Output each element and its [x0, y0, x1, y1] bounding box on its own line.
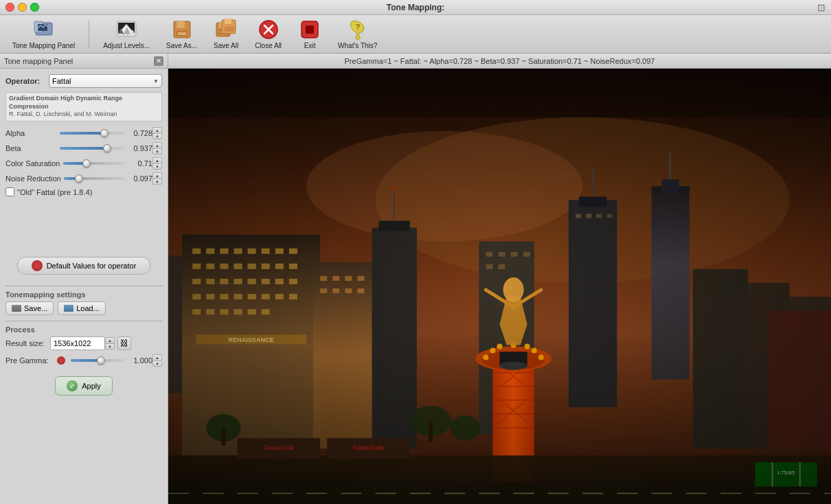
alpha-stepper[interactable]: ▲ ▼ — [152, 127, 162, 139]
window-title: Tone Mapping: — [387, 3, 444, 12]
hdr-image: RENAISSANCE — [168, 69, 831, 504]
color-saturation-label: Color Saturation — [5, 159, 60, 168]
beta-thumb[interactable] — [103, 144, 111, 152]
apply-button[interactable]: ✓ Apply — [55, 376, 113, 396]
panel-header: Tone mapping Panel ✕ — [0, 54, 168, 69]
adjust-levels-label: Adjust Levels... — [103, 42, 150, 50]
tone-mapping-panel-label: Tone Mapping Panel — [12, 42, 75, 50]
operator-select[interactable]: Fattal ▼ — [49, 74, 162, 88]
alpha-up[interactable]: ▲ — [152, 127, 162, 133]
panel-title: Tone mapping Panel — [4, 57, 73, 65]
tone-mapping-icon — [33, 19, 55, 41]
save-settings-icon — [12, 305, 21, 312]
image-area: PreGamma=1 ~ Fattal: ~ Alpha=0.728 ~ Bet… — [168, 54, 831, 504]
pre-gamma-track[interactable] — [71, 359, 126, 362]
save-all-button[interactable]: Save All — [208, 16, 244, 53]
beta-slider-row: Beta 0.937 ▲ ▼ — [5, 142, 162, 154]
divider-2 — [5, 321, 162, 321]
svg-rect-12 — [177, 21, 185, 28]
pre-gamma-value: 1.000 — [128, 356, 152, 365]
color-saturation-down[interactable]: ▼ — [152, 163, 162, 170]
noise-reduction-slider-row: Noise Reduction 0.097 ▲ ▼ — [5, 172, 162, 185]
close-button[interactable] — [5, 3, 14, 12]
color-saturation-slider-row: Color Saturation 0.71 ▲ ▼ — [5, 157, 162, 170]
default-values-icon — [32, 260, 43, 271]
minimize-button[interactable] — [18, 3, 27, 12]
result-size-input[interactable] — [50, 336, 105, 350]
pre-gamma-thumb[interactable] — [97, 356, 105, 365]
maximize-button[interactable] — [30, 3, 39, 12]
svg-rect-21 — [225, 27, 234, 32]
separator-1 — [89, 21, 89, 48]
pre-gamma-stepper[interactable]: ▲ ▼ — [152, 354, 162, 367]
color-saturation-stepper[interactable]: ▲ ▼ — [152, 157, 162, 170]
default-values-button[interactable]: Default Values for operator — [17, 257, 150, 275]
result-size-down[interactable]: ▼ — [105, 343, 115, 350]
noise-reduction-down[interactable]: ▼ — [152, 179, 162, 185]
noise-reduction-up[interactable]: ▲ — [152, 172, 162, 179]
noise-reduction-value: 0.097 — [128, 174, 152, 183]
beta-stepper[interactable]: ▲ ▼ — [152, 142, 162, 154]
save-as-button[interactable]: Save As... — [161, 16, 203, 53]
tonemapping-settings-label: Tonemapping settings — [5, 290, 162, 299]
noise-reduction-label: Noise Reduction — [5, 174, 61, 183]
alpha-slider-row: Alpha 0.728 ▲ ▼ — [5, 127, 162, 139]
panel-content: Operator: Fattal ▼ Gradient Domain High … — [0, 69, 168, 504]
title-bar: Tone Mapping: ⊡ — [0, 0, 831, 15]
close-all-button[interactable]: Close All — [249, 16, 287, 53]
noise-reduction-thumb[interactable] — [75, 174, 83, 183]
svg-text:?: ? — [355, 23, 360, 31]
chain-button[interactable]: ⛓ — [117, 336, 131, 350]
window-controls[interactable] — [5, 3, 39, 12]
whats-this-icon: ? — [347, 19, 369, 41]
whats-this-button[interactable]: ? What's This? — [332, 16, 383, 53]
beta-track[interactable] — [60, 147, 126, 150]
result-size-stepper[interactable]: ▲ ▼ — [105, 337, 115, 350]
city-svg: RENAISSANCE — [168, 69, 831, 504]
save-settings-button[interactable]: Save... — [5, 301, 54, 315]
color-saturation-thumb[interactable] — [82, 159, 91, 168]
beta-up[interactable]: ▲ — [152, 142, 162, 148]
pre-gamma-up[interactable]: ▲ — [152, 354, 162, 360]
alpha-value: 0.728 — [128, 129, 152, 137]
exit-label: Exit — [304, 42, 316, 50]
load-settings-button[interactable]: Load... — [58, 301, 106, 315]
apply-container: ✓ Apply — [5, 372, 162, 400]
color-saturation-up[interactable]: ▲ — [152, 157, 162, 163]
tone-mapping-panel-button[interactable]: Tone Mapping Panel — [7, 16, 80, 53]
noise-reduction-stepper[interactable]: ▲ ▼ — [152, 172, 162, 185]
old-fattal-checkbox[interactable] — [5, 187, 14, 196]
exit-button[interactable]: Exit — [293, 16, 327, 53]
result-size-label: Result size: — [5, 339, 50, 347]
pre-gamma-label: Pre Gamma: — [5, 356, 57, 365]
operator-value: Fattal — [52, 77, 71, 85]
alpha-thumb[interactable] — [100, 129, 109, 137]
pre-gamma-down[interactable]: ▼ — [152, 360, 162, 367]
divider-1 — [5, 286, 162, 286]
save-as-label: Save As... — [166, 42, 197, 50]
settings-row: Save... Load... — [5, 301, 162, 315]
pre-gamma-slider-row: Pre Gamma: 1.000 ▲ ▼ — [5, 354, 162, 367]
adjust-levels-icon — [115, 19, 137, 41]
alpha-down[interactable]: ▼ — [152, 133, 162, 139]
exit-icon — [299, 19, 321, 41]
beta-down[interactable]: ▼ — [152, 148, 162, 154]
operator-description: Gradient Domain High Dynamic Range Compr… — [5, 92, 162, 122]
main-area: Tone mapping Panel ✕ Operator: Fattal ▼ … — [0, 54, 831, 504]
operator-label: Operator: — [5, 77, 43, 85]
panel-close-button[interactable]: ✕ — [154, 56, 163, 66]
save-all-icon — [215, 19, 237, 41]
color-saturation-value: 0.71 — [128, 159, 152, 168]
color-saturation-track[interactable] — [63, 162, 126, 165]
beta-label: Beta — [5, 144, 57, 152]
result-size-up[interactable]: ▲ — [105, 337, 115, 343]
process-label: Process — [5, 325, 162, 334]
svg-rect-150 — [168, 69, 831, 504]
alpha-track[interactable] — [60, 132, 126, 135]
svg-rect-26 — [306, 25, 314, 34]
adjust-levels-button[interactable]: Adjust Levels... — [98, 16, 155, 53]
default-values-container: Default Values for operator — [5, 251, 162, 280]
noise-reduction-track[interactable] — [64, 177, 126, 180]
svg-rect-28 — [356, 36, 360, 39]
save-all-label: Save All — [214, 42, 238, 50]
